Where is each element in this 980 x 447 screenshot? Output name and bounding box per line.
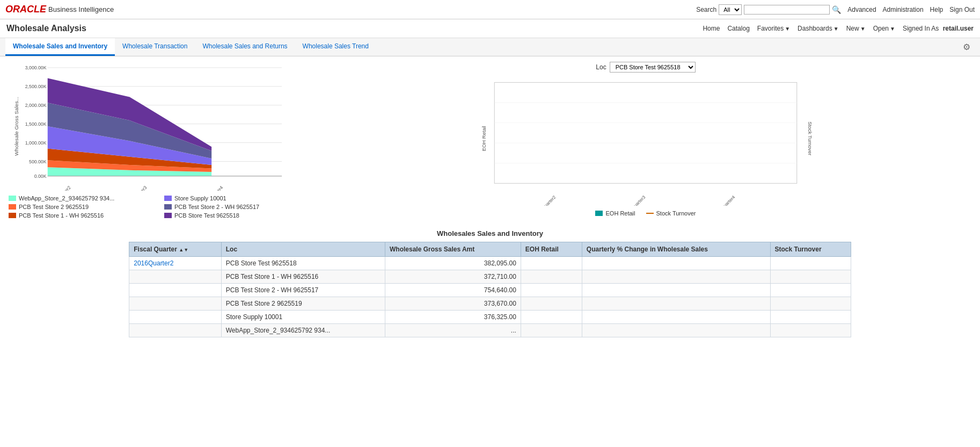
col-header-loc: Loc — [221, 242, 385, 257]
administration-link[interactable]: Administration — [883, 6, 924, 13]
right-chart-legend: EOH Retail Stock Turnover — [320, 210, 971, 217]
header-nav: Home Catalog Favorites ▼ Dashboards ▼ Ne… — [703, 25, 974, 32]
cell-fiscal-quarter-5 — [129, 311, 221, 324]
cell-wholesale-3: 754,640.00 — [385, 284, 521, 297]
signout-link[interactable]: Sign Out — [949, 6, 975, 13]
open-nav[interactable]: Open ▼ — [873, 25, 895, 32]
cell-quarterly-5 — [582, 311, 770, 324]
cell-stock-4 — [770, 297, 851, 311]
favorites-nav[interactable]: Favorites ▼ — [757, 25, 790, 32]
legend-item-pcb-store: PCB Store Test 9625518 — [164, 212, 309, 219]
legend-label-webapp: WebApp_Store_2_934625792 934... — [19, 195, 114, 201]
col-header-wholesale-gross: Wholesale Gross Sales Amt — [385, 242, 521, 257]
tab-wholesale-transaction[interactable]: Wholesale Transaction — [115, 38, 195, 56]
sort-icon-fiscal: ▲▼ — [179, 247, 188, 253]
dashboards-arrow: ▼ — [833, 26, 839, 32]
svg-text:2016Quarter3: 2016Quarter3 — [623, 194, 647, 206]
svg-text:Stock Turnover: Stock Turnover — [807, 121, 813, 155]
tabs-bar: Wholesale Sales and Inventory Wholesale … — [0, 38, 980, 56]
cell-fiscal-quarter-3 — [129, 284, 221, 297]
settings-icon[interactable]: ⚙ — [959, 40, 975, 54]
cell-fiscal-quarter-4 — [129, 297, 221, 311]
cell-loc-6: WebApp_Store_2_934625792 934... — [221, 324, 385, 337]
legend-label-stockturnover: Stock Turnover — [656, 210, 696, 217]
help-link[interactable]: Help — [930, 6, 944, 13]
main-content: Wholesale Gross Sales... 3,000.00K 2,500… — [0, 56, 980, 343]
right-chart-container: EOH Retail Stock Turnover 2016Quarter2 2… — [320, 77, 971, 206]
tab-wholesale-sales-returns[interactable]: Wholesale Sales and Returns — [195, 38, 295, 56]
svg-text:0.00K: 0.00K — [34, 174, 47, 179]
left-chart-section: Wholesale Gross Sales... 3,000.00K 2,500… — [9, 62, 309, 219]
page-title: Wholesale Analysis — [6, 24, 86, 33]
cell-fiscal-quarter-2 — [129, 270, 221, 284]
cell-loc-2: PCB Test Store 1 - WH 9625516 — [221, 270, 385, 284]
cell-eoh-2 — [521, 270, 582, 284]
advanced-link[interactable]: Advanced — [847, 6, 876, 13]
cell-wholesale-1: 382,095.00 — [385, 257, 521, 270]
cell-quarterly-3 — [582, 284, 770, 297]
legend-swatch-stockturnover — [646, 213, 654, 214]
svg-text:3,000.00K: 3,000.00K — [25, 65, 47, 70]
oracle-wordmark: ORACLE — [5, 4, 46, 15]
legend-swatch-eoh — [595, 211, 603, 216]
cell-fiscal-quarter-6 — [129, 324, 221, 337]
table-row: WebApp_Store_2_934625792 934... ... — [129, 324, 851, 337]
legend-label-pcb1wh: PCB Test Store 1 - WH 9625516 — [19, 212, 104, 219]
svg-rect-27 — [494, 82, 796, 183]
legend-item-store-supply: Store Supply 10001 — [164, 195, 309, 201]
table-title: Wholesales Sales and Inventory — [9, 229, 971, 237]
catalog-nav[interactable]: Catalog — [727, 25, 749, 32]
right-chart-svg: EOH Retail Stock Turnover 2016Quarter2 2… — [320, 77, 971, 206]
cell-loc-1: PCB Store Test 9625518 — [221, 257, 385, 270]
cell-stock-3 — [770, 284, 851, 297]
left-chart-container: Wholesale Gross Sales... 3,000.00K 2,500… — [9, 62, 309, 191]
cell-wholesale-5: 376,325.00 — [385, 311, 521, 324]
legend-item-pcb2wh: PCB Test Store 2 - WH 9625517 — [164, 204, 309, 210]
cell-quarterly-4 — [582, 297, 770, 311]
legend-item-pcb2: PCB Test Store 2 9625519 — [9, 204, 153, 210]
svg-text:2,000.00K: 2,000.00K — [25, 103, 47, 108]
search-button[interactable]: 🔍 — [832, 5, 841, 14]
cell-fiscal-quarter-1[interactable]: 2016Quarter2 — [129, 257, 221, 270]
legend-swatch-webapp — [9, 196, 16, 201]
dashboards-nav[interactable]: Dashboards ▼ — [798, 25, 839, 32]
table-row: 2016Quarter2 PCB Store Test 9625518 382,… — [129, 257, 851, 270]
legend-swatch-pcb2wh — [164, 204, 172, 210]
search-scope-select[interactable]: All — [719, 4, 742, 15]
search-input[interactable] — [744, 5, 830, 15]
legend-label-eoh: EOH Retail — [605, 210, 635, 217]
tab-wholesale-sales-trend[interactable]: Wholesale Sales Trend — [295, 38, 376, 56]
legend-label-pcb2: PCB Test Store 2 9625519 — [19, 204, 89, 210]
legend-swatch-pcb1wh — [9, 213, 16, 218]
col-header-quarterly-change: Quarterly % Change in Wholesale Sales — [582, 242, 770, 257]
svg-text:500.00K: 500.00K — [29, 159, 47, 164]
legend-swatch-pcb2 — [9, 204, 16, 210]
legend-item-eoh: EOH Retail — [595, 210, 635, 217]
right-chart-section: Loc PCB Store Test 9625518 EOH Retail St… — [320, 62, 971, 219]
table-row: Store Supply 10001 376,325.00 — [129, 311, 851, 324]
svg-text:1,000.00K: 1,000.00K — [25, 140, 47, 146]
legend-swatch-store-supply — [164, 196, 172, 201]
svg-text:2016Quarter4: 2016Quarter4 — [200, 185, 224, 191]
svg-text:Wholesale Gross Sales...: Wholesale Gross Sales... — [13, 97, 19, 156]
new-nav[interactable]: New ▼ — [846, 25, 866, 32]
col-header-fiscal-quarter[interactable]: Fiscal Quarter ▲▼ — [129, 242, 221, 257]
cell-stock-5 — [770, 311, 851, 324]
legend-label-pcb2wh: PCB Test Store 2 - WH 9625517 — [174, 204, 259, 210]
legend-label-store-supply: Store Supply 10001 — [174, 195, 226, 201]
home-nav[interactable]: Home — [703, 25, 720, 32]
table-header-row: Fiscal Quarter ▲▼ Loc Wholesale Gross Sa… — [129, 242, 851, 257]
cell-eoh-4 — [521, 297, 582, 311]
left-chart-svg: Wholesale Gross Sales... 3,000.00K 2,500… — [9, 62, 309, 191]
top-bar-right: Search All 🔍 Advanced Administration Hel… — [696, 4, 975, 15]
cell-wholesale-4: 373,670.00 — [385, 297, 521, 311]
svg-text:2016Quarter3: 2016Quarter3 — [123, 185, 148, 191]
table-row: PCB Test Store 2 9625519 373,670.00 — [129, 297, 851, 311]
legend-item-webapp: WebApp_Store_2_934625792 934... — [9, 195, 153, 201]
cell-loc-4: PCB Test Store 2 9625519 — [221, 297, 385, 311]
cell-wholesale-6: ... — [385, 324, 521, 337]
tab-wholesale-sales-inventory[interactable]: Wholesale Sales and Inventory — [5, 38, 115, 56]
favorites-arrow: ▼ — [785, 26, 790, 32]
left-chart-legend: WebApp_Store_2_934625792 934... Store Su… — [9, 195, 309, 219]
loc-select[interactable]: PCB Store Test 9625518 — [610, 62, 696, 73]
